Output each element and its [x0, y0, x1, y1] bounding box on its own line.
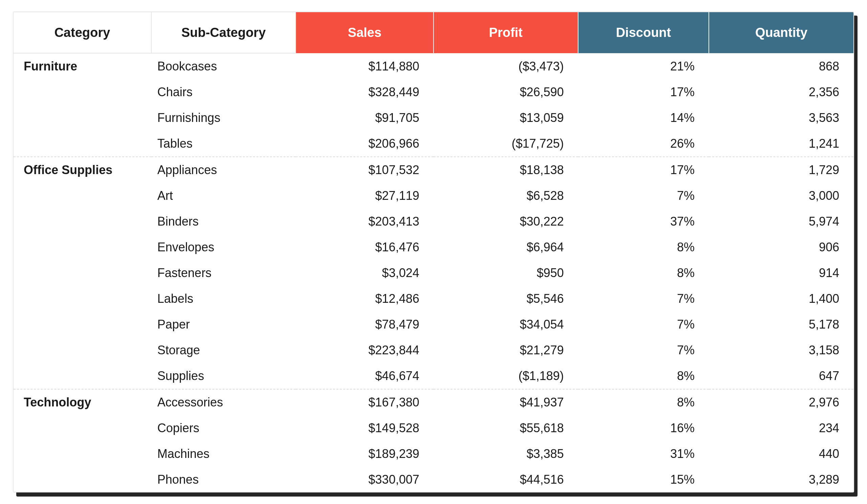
- cell-profit: $6,528: [434, 183, 578, 208]
- cell-profit: $950: [434, 260, 578, 286]
- cell-category: [13, 467, 151, 493]
- cell-profit: $21,279: [434, 337, 578, 363]
- cell-sub-category: Accessories: [151, 389, 296, 415]
- cell-sales: $3,024: [296, 260, 434, 286]
- cell-quantity: 1,241: [709, 131, 854, 157]
- header-profit[interactable]: Profit: [434, 12, 578, 53]
- cell-discount: 7%: [578, 183, 709, 208]
- table-row: Supplies$46,674($1,189)8%647: [13, 363, 854, 389]
- cell-profit: $34,054: [434, 312, 578, 337]
- cell-profit: $26,590: [434, 79, 578, 105]
- cell-quantity: 440: [709, 441, 854, 467]
- cell-profit: $30,222: [434, 208, 578, 234]
- cell-discount: 16%: [578, 415, 709, 441]
- cell-quantity: 868: [709, 53, 854, 79]
- cell-category: [13, 286, 151, 312]
- cell-sub-category: Art: [151, 183, 296, 208]
- cell-discount: 14%: [578, 105, 709, 131]
- cell-discount: 21%: [578, 53, 709, 79]
- cell-quantity: 1,729: [709, 157, 854, 183]
- cell-profit: $55,618: [434, 415, 578, 441]
- table-row: Chairs$328,449$26,59017%2,356: [13, 79, 854, 105]
- cell-category: [13, 183, 151, 208]
- cell-category: [13, 131, 151, 157]
- header-discount[interactable]: Discount: [578, 12, 709, 53]
- table-row: FurnitureBookcases$114,880($3,473)21%868: [13, 53, 854, 79]
- cell-quantity: 2,356: [709, 79, 854, 105]
- table-row: Envelopes$16,476$6,9648%906: [13, 234, 854, 260]
- cell-profit: ($1,189): [434, 363, 578, 389]
- cell-category: Furniture: [13, 53, 151, 79]
- table-row: Machines$189,239$3,38531%440: [13, 441, 854, 467]
- cell-sub-category: Machines: [151, 441, 296, 467]
- cell-quantity: 647: [709, 363, 854, 389]
- cell-discount: 8%: [578, 389, 709, 415]
- cell-sub-category: Labels: [151, 286, 296, 312]
- cell-discount: 8%: [578, 234, 709, 260]
- cell-sales: $203,413: [296, 208, 434, 234]
- table-row: Copiers$149,528$55,61816%234: [13, 415, 854, 441]
- cell-category: [13, 208, 151, 234]
- cell-sub-category: Chairs: [151, 79, 296, 105]
- header-sales[interactable]: Sales: [296, 12, 434, 53]
- cell-sales: $91,705: [296, 105, 434, 131]
- cell-quantity: 234: [709, 415, 854, 441]
- cell-profit: ($3,473): [434, 53, 578, 79]
- header-sub-category[interactable]: Sub-Category: [151, 12, 296, 53]
- cell-sub-category: Fasteners: [151, 260, 296, 286]
- cell-profit: $3,385: [434, 441, 578, 467]
- cell-sub-category: Furnishings: [151, 105, 296, 131]
- cell-sales: $78,479: [296, 312, 434, 337]
- cell-sales: $107,532: [296, 157, 434, 183]
- cell-category: [13, 363, 151, 389]
- cell-sales: $46,674: [296, 363, 434, 389]
- cell-sub-category: Tables: [151, 131, 296, 157]
- cell-sub-category: Storage: [151, 337, 296, 363]
- cell-quantity: 3,289: [709, 467, 854, 493]
- data-table-card: Category Sub-Category Sales Profit Disco…: [13, 11, 854, 493]
- cell-sales: $223,844: [296, 337, 434, 363]
- table-row: Furnishings$91,705$13,05914%3,563: [13, 105, 854, 131]
- cell-category: [13, 312, 151, 337]
- header-quantity[interactable]: Quantity: [709, 12, 854, 53]
- cell-quantity: 1,400: [709, 286, 854, 312]
- cell-sub-category: Supplies: [151, 363, 296, 389]
- cell-category: [13, 415, 151, 441]
- cell-discount: 7%: [578, 312, 709, 337]
- header-category[interactable]: Category: [13, 12, 151, 53]
- cell-discount: 26%: [578, 131, 709, 157]
- header-row: Category Sub-Category Sales Profit Disco…: [13, 12, 854, 53]
- cell-sub-category: Phones: [151, 467, 296, 493]
- cell-category: [13, 79, 151, 105]
- table-body: FurnitureBookcases$114,880($3,473)21%868…: [13, 53, 854, 493]
- cell-sales: $167,380: [296, 389, 434, 415]
- cell-discount: 37%: [578, 208, 709, 234]
- cell-profit: $44,516: [434, 467, 578, 493]
- cell-sub-category: Copiers: [151, 415, 296, 441]
- cell-discount: 17%: [578, 79, 709, 105]
- cell-sub-category: Binders: [151, 208, 296, 234]
- cell-sales: $27,119: [296, 183, 434, 208]
- table-row: Storage$223,844$21,2797%3,158: [13, 337, 854, 363]
- cell-sales: $330,007: [296, 467, 434, 493]
- cell-quantity: 906: [709, 234, 854, 260]
- cell-profit: $41,937: [434, 389, 578, 415]
- table-row: Binders$203,413$30,22237%5,974: [13, 208, 854, 234]
- cell-discount: 7%: [578, 286, 709, 312]
- cell-category: [13, 441, 151, 467]
- table-row: Labels$12,486$5,5467%1,400: [13, 286, 854, 312]
- table-row: Office SuppliesAppliances$107,532$18,138…: [13, 157, 854, 183]
- cell-discount: 7%: [578, 337, 709, 363]
- table-row: Art$27,119$6,5287%3,000: [13, 183, 854, 208]
- table-row: Paper$78,479$34,0547%5,178: [13, 312, 854, 337]
- cell-sub-category: Envelopes: [151, 234, 296, 260]
- cell-quantity: 3,563: [709, 105, 854, 131]
- table-row: Tables$206,966($17,725)26%1,241: [13, 131, 854, 157]
- table-row: Fasteners$3,024$9508%914: [13, 260, 854, 286]
- table-row: Phones$330,007$44,51615%3,289: [13, 467, 854, 493]
- cell-category: Technology: [13, 389, 151, 415]
- cell-quantity: 2,976: [709, 389, 854, 415]
- cell-discount: 15%: [578, 467, 709, 493]
- cell-discount: 8%: [578, 260, 709, 286]
- cell-sub-category: Bookcases: [151, 53, 296, 79]
